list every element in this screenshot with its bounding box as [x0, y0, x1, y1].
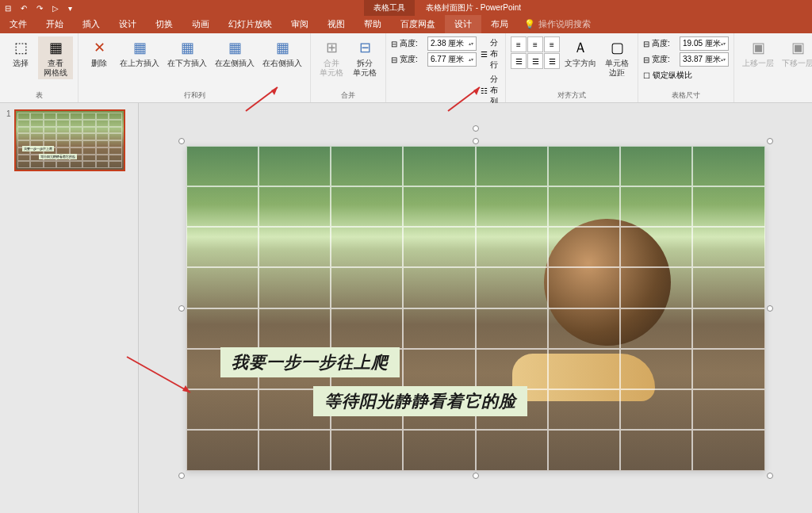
table-width-icon: ⊟ — [643, 56, 649, 64]
slide-table[interactable] — [186, 146, 765, 471]
text-direction-button[interactable]: Ａ 文字方向 — [561, 36, 599, 70]
insert-below-button[interactable]: ▦ 在下方插入 — [164, 36, 210, 70]
tab-table-layout[interactable]: 布局 — [481, 15, 518, 33]
tab-help[interactable]: 帮助 — [354, 15, 391, 33]
align-center-button[interactable]: ≡ — [527, 36, 543, 52]
slide-text-2[interactable]: 等待阳光静静看着它的脸 — [313, 386, 527, 416]
bring-forward-button: ▣ 上移一层 — [739, 36, 777, 70]
context-tool-label: 表格工具 — [364, 0, 415, 16]
split-cells-icon: ⊟ — [355, 38, 374, 57]
tab-design[interactable]: 设计 — [109, 15, 146, 33]
undo-icon[interactable]: ↶ — [21, 4, 30, 13]
view-gridlines-button[interactable]: ▦ 查看 网格线 — [38, 36, 73, 79]
split-cells-button[interactable]: ⊟ 拆分 单元格 — [349, 36, 381, 79]
align-left-button[interactable]: ≡ — [511, 36, 527, 52]
redo-icon[interactable]: ↷ — [36, 4, 46, 13]
cell-margins-icon: ▢ — [607, 38, 626, 57]
insert-below-icon: ▦ — [178, 38, 197, 57]
resize-handle[interactable] — [473, 138, 479, 144]
group-table-label: 表 — [36, 89, 43, 102]
dist-cols-icon: ☷ — [481, 86, 488, 95]
insert-right-icon: ▦ — [273, 38, 292, 57]
insert-right-button[interactable]: ▦ 在右侧插入 — [259, 36, 305, 70]
spinner-icon[interactable]: ▴▾ — [469, 41, 473, 46]
width-label: 宽度: — [400, 54, 425, 65]
tab-baidu[interactable]: 百度网盘 — [391, 15, 445, 33]
save-icon[interactable]: ⊟ — [5, 4, 14, 13]
tab-animations[interactable]: 动画 — [182, 15, 219, 33]
qat-more-icon[interactable]: ▾ — [68, 4, 78, 13]
select-icon: ⬚ — [11, 38, 30, 57]
tab-slideshow[interactable]: 幻灯片放映 — [219, 15, 282, 33]
tab-view[interactable]: 视图 — [318, 15, 354, 33]
table-height-icon: ⊟ — [643, 40, 649, 48]
valign-top-button[interactable]: ☰ — [511, 53, 527, 69]
height-label: 高度: — [400, 38, 425, 49]
spinner-icon[interactable]: ▴▾ — [721, 41, 726, 46]
document-title: 表格封面图片 - PowerPoint — [426, 2, 521, 13]
delete-icon: ✕ — [90, 38, 109, 57]
cell-margins-button[interactable]: ▢ 单元格 边距 — [601, 36, 633, 79]
slideshow-icon[interactable]: ▷ — [52, 4, 62, 13]
slide-editor[interactable]: 我要一步一步往上爬 等待阳光静静看着它的脸 — [139, 103, 812, 513]
table-height-label: 高度: — [652, 38, 677, 49]
dist-rows-icon: ☰ — [481, 50, 488, 59]
group-table-size-label: 表格尺寸 — [672, 89, 700, 102]
rotate-handle[interactable] — [473, 125, 479, 132]
slide-thumbnails-panel[interactable]: 1 我要一步一步往上爬 等待阳光静静看着它的脸 — [0, 103, 139, 513]
merge-cells-button: ⊞ 合并 单元格 — [316, 36, 347, 79]
delete-button[interactable]: ✕ 删除 — [83, 36, 115, 70]
slide-canvas[interactable]: 我要一步一步往上爬 等待阳光静静看着它的脸 — [186, 146, 765, 471]
text-direction-icon: Ａ — [571, 38, 590, 57]
tell-me-search[interactable]: 💡 操作说明搜索 — [518, 15, 597, 33]
slide-text-1[interactable]: 我要一步一步往上爬 — [220, 347, 400, 377]
bulb-icon: 💡 — [524, 19, 535, 29]
checkbox-icon: ☐ — [643, 71, 650, 80]
bring-forward-icon: ▣ — [749, 38, 768, 57]
spinner-icon[interactable]: ▴▾ — [721, 57, 726, 62]
resize-handle[interactable] — [767, 138, 773, 144]
valign-bottom-button[interactable]: ☰ — [544, 53, 560, 69]
resize-handle[interactable] — [767, 305, 773, 312]
insert-above-button[interactable]: ▦ 在上方插入 — [117, 36, 163, 70]
resize-handle[interactable] — [178, 473, 185, 479]
insert-left-icon: ▦ — [225, 38, 244, 57]
table-width-input[interactable]: 33.87 厘米 ▴▾ — [680, 52, 729, 67]
valign-middle-button[interactable]: ☰ — [527, 53, 543, 69]
tab-insert[interactable]: 插入 — [73, 15, 109, 33]
gridlines-icon: ▦ — [46, 38, 65, 57]
lock-aspect-checkbox[interactable]: ☐ 锁定纵横比 — [643, 70, 729, 81]
send-backward-icon: ▣ — [788, 38, 807, 57]
select-button[interactable]: ⬚ 选择 — [5, 36, 36, 70]
group-alignment-label: 对齐方式 — [557, 89, 586, 102]
spinner-icon[interactable]: ▴▾ — [469, 57, 473, 62]
distribute-rows-button[interactable]: ☰分布行 — [478, 36, 500, 71]
tab-home[interactable]: 开始 — [36, 15, 73, 33]
resize-handle[interactable] — [178, 138, 185, 144]
send-backward-button: ▣ 下移一层 — [779, 36, 812, 70]
cell-width-input[interactable]: 6.77 厘米 ▴▾ — [427, 52, 477, 67]
resize-handle[interactable] — [178, 305, 185, 312]
tab-table-design[interactable]: 设计 — [445, 15, 481, 33]
insert-above-icon: ▦ — [130, 38, 149, 57]
width-icon: ⊟ — [391, 56, 397, 64]
thumbnail-number: 1 — [6, 109, 11, 171]
tab-review[interactable]: 审阅 — [282, 15, 318, 33]
table-height-input[interactable]: 19.05 厘米 ▴▾ — [680, 36, 729, 51]
cell-height-input[interactable]: 2.38 厘米 ▴▾ — [427, 36, 477, 51]
group-merge-label: 合并 — [341, 89, 355, 102]
tab-transitions[interactable]: 切换 — [146, 15, 182, 33]
table-width-label: 宽度: — [652, 54, 677, 65]
slide-thumbnail-1[interactable]: 1 我要一步一步往上爬 等待阳光静静看着它的脸 — [6, 109, 132, 171]
group-rows-cols-label: 行和列 — [184, 89, 205, 102]
resize-handle[interactable] — [767, 473, 773, 479]
align-right-button[interactable]: ≡ — [544, 36, 560, 52]
insert-left-button[interactable]: ▦ 在左侧插入 — [212, 36, 258, 70]
resize-handle[interactable] — [473, 473, 479, 479]
merge-cells-icon: ⊞ — [322, 38, 341, 57]
tab-file[interactable]: 文件 — [0, 15, 36, 33]
height-icon: ⊟ — [391, 40, 397, 48]
